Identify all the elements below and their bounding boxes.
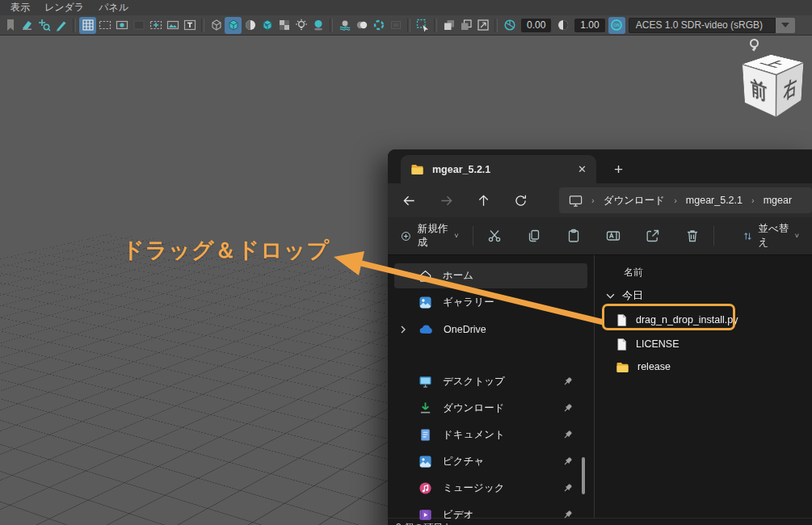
grid-toggle-icon[interactable] — [79, 17, 96, 34]
commandbar-separator — [713, 226, 714, 246]
menu-display[interactable]: 表示 — [11, 1, 30, 15]
forward-button[interactable] — [438, 192, 454, 208]
breadcrumb-mgear[interactable]: mgear — [764, 195, 792, 206]
sort-label: 並べ替え — [758, 222, 789, 250]
up-button[interactable] — [475, 192, 491, 208]
this-pc-icon[interactable] — [569, 194, 583, 208]
sidebar-item-desktop[interactable]: デスクトップ — [394, 369, 587, 394]
copy-button[interactable] — [527, 229, 541, 243]
sort-button[interactable]: 並べ替え ˅ — [743, 222, 799, 250]
checker-icon[interactable] — [276, 17, 292, 34]
menu-panels[interactable]: パネル — [99, 1, 128, 15]
sidebar-item-videos[interactable]: ビデオ — [394, 502, 587, 525]
pin-icon[interactable] — [562, 403, 573, 414]
new-tab-button[interactable]: + — [614, 161, 623, 183]
downloads-icon — [419, 401, 432, 415]
lights-icon[interactable] — [292, 17, 309, 34]
pin-icon[interactable] — [562, 483, 573, 494]
sidebar-item-home[interactable]: ホーム — [394, 263, 587, 288]
pane-layout-icon[interactable] — [440, 17, 457, 34]
color-management-toggle[interactable]: ON — [608, 17, 625, 34]
sidebar-item-gallery[interactable]: ギャラリー — [394, 290, 587, 315]
sidebar-item-label: ギャラリー — [443, 296, 494, 309]
sidebar-item-onedrive[interactable]: OneDrive — [394, 317, 587, 342]
pan-zoom-icon[interactable] — [36, 17, 53, 34]
sidebar-item-pictures[interactable]: ピクチャ — [394, 449, 587, 474]
gate-mask-icon[interactable] — [130, 17, 147, 34]
sidebar-scrollbar[interactable] — [582, 457, 585, 494]
commandbar-separator — [473, 226, 473, 246]
breadcrumb-mgear-521[interactable]: mgear_5.2.1 — [686, 195, 743, 206]
file-name: LICENSE — [636, 338, 679, 350]
wireframe-icon[interactable] — [208, 17, 225, 34]
viewcube-cube: 前 右 上 — [757, 59, 791, 108]
videos-icon — [419, 508, 432, 522]
color-space-dropdown[interactable]: ACES 1.0 SDR-video (sRGB) — [629, 18, 776, 33]
viewcube[interactable]: 前 右 上 — [745, 55, 801, 111]
sidebar-item-music[interactable]: ミュージック — [394, 476, 587, 501]
snapshot-icon[interactable] — [387, 17, 404, 34]
shaded-icon[interactable] — [225, 17, 242, 34]
cut-button[interactable] — [487, 229, 502, 243]
new-item-button[interactable]: 新規作成 ˅ — [401, 222, 459, 250]
image-plane-icon[interactable] — [164, 17, 181, 34]
music-icon — [419, 481, 432, 495]
hud-text-icon[interactable] — [181, 17, 198, 34]
exposure-field[interactable]: 0.00 — [521, 19, 551, 32]
textured-icon[interactable] — [259, 17, 276, 34]
pin-icon[interactable] — [562, 376, 573, 387]
explorer-tab[interactable]: mgear_5.2.1 ✕ — [401, 155, 596, 183]
sidebar-item-downloads[interactable]: ダウンロード — [394, 396, 587, 421]
field-chart-icon[interactable] — [147, 17, 164, 34]
refresh-button[interactable] — [512, 192, 528, 208]
paint-brush-icon[interactable] — [19, 17, 36, 34]
documents-icon — [419, 428, 432, 442]
breadcrumb-downloads[interactable]: ダウンロード — [604, 194, 665, 208]
share-button[interactable] — [646, 229, 660, 243]
pin-icon[interactable] — [562, 510, 573, 520]
resolution-gate-icon[interactable] — [113, 17, 130, 34]
cycle-icon[interactable] — [370, 17, 387, 34]
gamma-field[interactable]: 1.00 — [574, 19, 604, 32]
viewcube-home-icon[interactable] — [750, 39, 759, 48]
breadcrumb-separator: › — [751, 195, 755, 205]
screen-space-ao-icon[interactable] — [336, 17, 353, 34]
pictures-icon — [419, 455, 432, 468]
chevron-down-icon — [606, 292, 615, 300]
pencil-icon[interactable] — [53, 17, 69, 34]
home-icon — [419, 269, 432, 283]
column-header-name[interactable]: 名前 — [604, 262, 812, 283]
sidebar-item-label: OneDrive — [444, 324, 486, 335]
back-button[interactable] — [401, 192, 417, 208]
pin-icon[interactable] — [562, 456, 573, 467]
pane-expand-icon[interactable] — [474, 17, 491, 34]
gamma-icon[interactable] — [554, 17, 571, 34]
motion-blur-icon[interactable] — [353, 17, 370, 34]
file-icon — [616, 338, 628, 351]
exposure-icon[interactable] — [501, 17, 518, 34]
delete-button[interactable] — [685, 229, 700, 243]
menu-renderer[interactable]: レンダラ — [44, 1, 84, 15]
rename-button[interactable] — [606, 229, 621, 243]
tab-close-icon[interactable]: ✕ — [578, 163, 587, 175]
file-row-release[interactable]: release — [604, 355, 812, 378]
file-row-license[interactable]: LICENSE — [604, 333, 812, 355]
color-space-dropdown-arrow[interactable] — [776, 18, 795, 33]
sidebar-item-documents[interactable]: ドキュメント — [394, 422, 587, 447]
isolate-select-icon[interactable] — [414, 17, 431, 34]
sidebar-item-label: デスクトップ — [443, 375, 505, 388]
chevron-right-icon[interactable] — [399, 326, 409, 334]
folder-icon — [410, 163, 424, 175]
material-ball-icon[interactable] — [242, 17, 259, 34]
tab-title: mgear_5.2.1 — [432, 164, 490, 175]
address-bar[interactable]: › ダウンロード › mgear_5.2.1 › mgear — [559, 187, 812, 213]
maya-panel-menubar: 表示 レンダラ パネル — [0, 0, 812, 15]
pane-layout-2-icon[interactable] — [457, 17, 474, 34]
shadows-icon[interactable] — [309, 17, 326, 34]
pin-icon[interactable] — [562, 430, 573, 440]
bookmark-icon[interactable] — [2, 17, 19, 34]
film-gate-icon[interactable] — [96, 17, 113, 34]
toolbar-separator — [330, 19, 333, 32]
paste-button[interactable] — [566, 229, 581, 243]
plus-circle-icon — [401, 229, 411, 243]
